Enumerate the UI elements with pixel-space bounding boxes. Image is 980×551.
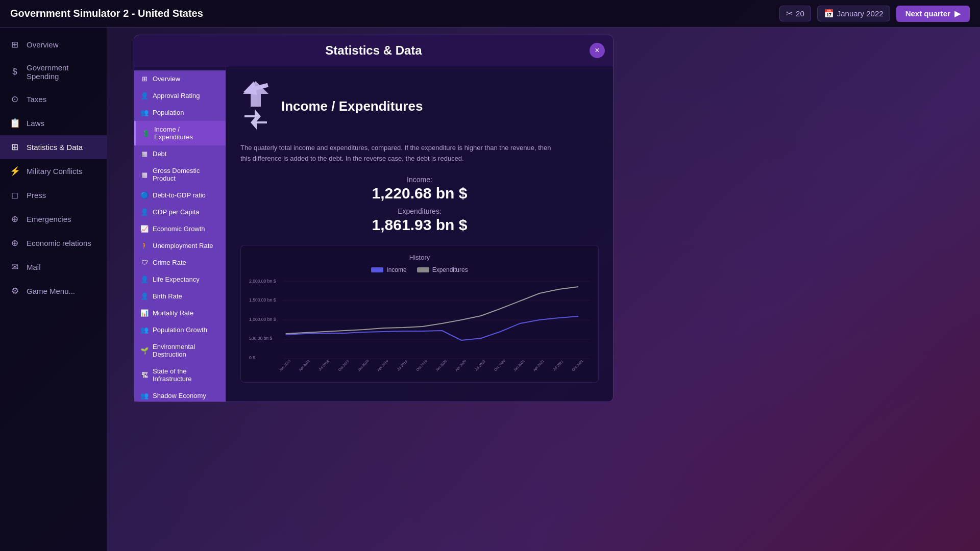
nav-item-gdp[interactable]: ▦ Gross Domestic Product <box>134 162 226 187</box>
nav-population-icon: 👥 <box>140 109 149 116</box>
nav-income-label: Income / Expenditures <box>154 126 219 141</box>
svg-text:1,000.00 bn $: 1,000.00 bn $ <box>249 316 276 321</box>
topbar-right: ✂ 20 📅 January 2022 Next quarter ▶ <box>779 6 970 22</box>
svg-text:Jan 2020: Jan 2020 <box>435 359 447 372</box>
sidebar-economic-relations-label: Economic relations <box>27 239 91 247</box>
app-title: Government Simulator 2 - United States <box>10 8 779 19</box>
sidebar-item-military[interactable]: ⚡ Military Conflicts <box>0 159 107 183</box>
overview-icon: ⊞ <box>9 39 20 50</box>
svg-text:0 $: 0 $ <box>249 355 255 360</box>
taxes-icon: ⊙ <box>9 94 20 105</box>
nav-economic-growth-label: Economic Growth <box>153 225 205 233</box>
inner-nav: ⊞ Overview 👤 Approval Rating 👥 Populatio… <box>134 66 226 402</box>
nav-item-approval-rating[interactable]: 👤 Approval Rating <box>134 87 226 104</box>
nav-item-mortality-rate[interactable]: 📊 Mortality Rate <box>134 305 226 321</box>
section-title: Income / Expenditures <box>281 98 423 114</box>
economic-relations-icon: ⊕ <box>9 238 20 248</box>
svg-text:Apr 2019: Apr 2019 <box>377 359 389 372</box>
nav-item-birth-rate[interactable]: 👤 Birth Rate <box>134 288 226 305</box>
nav-item-population-growth[interactable]: 👥 Population Growth <box>134 321 226 338</box>
svg-text:Jul 2021: Jul 2021 <box>552 359 564 371</box>
income-color-swatch <box>371 267 383 272</box>
nav-debt-gdp-label: Debt-to-GDP ratio <box>153 191 206 199</box>
nav-item-income-expenditures[interactable]: 💲 Income / Expenditures <box>134 121 226 145</box>
nav-item-life-expectancy[interactable]: 👤 Life Expectancy <box>134 271 226 288</box>
svg-text:1,500.00 bn $: 1,500.00 bn $ <box>249 297 276 302</box>
svg-text:Jan 2019: Jan 2019 <box>357 359 369 372</box>
sidebar-emergencies-label: Emergencies <box>27 215 71 223</box>
chart-title: History <box>249 254 590 261</box>
nav-item-infrastructure[interactable]: 🏗 State of the Infrastructure <box>134 363 226 387</box>
nav-crime-icon: 🛡 <box>140 259 149 266</box>
chart-legend: Income Expenditures <box>249 266 590 273</box>
legend-income: Income <box>371 266 406 273</box>
nav-unemployment-icon: 🚶 <box>140 242 149 249</box>
nav-item-debt-gdp[interactable]: 🔵 Debt-to-GDP ratio <box>134 187 226 204</box>
nav-life-exp-label: Life Expectancy <box>153 276 200 283</box>
sidebar-item-mail[interactable]: ✉ Mail <box>0 255 107 279</box>
transfer-arrows-icon <box>240 79 271 134</box>
legend-expenditures-label: Expenditures <box>432 266 468 273</box>
legend-expenditures: Expenditures <box>417 266 468 273</box>
expenditures-label: Expenditures: <box>240 207 599 215</box>
press-icon: ◻ <box>9 190 20 201</box>
nav-item-unemployment[interactable]: 🚶 Unemployment Rate <box>134 237 226 254</box>
sidebar-item-game-menu[interactable]: ⚙ Game Menu... <box>0 279 107 303</box>
nav-item-overview[interactable]: ⊞ Overview <box>134 70 226 87</box>
nav-item-env-destruction[interactable]: 🌱 Environmental Destruction <box>134 338 226 363</box>
nav-item-economic-growth[interactable]: 📈 Economic Growth <box>134 220 226 237</box>
nav-overview-icon: ⊞ <box>140 75 149 83</box>
nav-env-label: Environmental Destruction <box>153 343 219 358</box>
sidebar-item-overview[interactable]: ⊞ Overview <box>0 33 107 57</box>
modal-close-button[interactable]: × <box>590 43 605 58</box>
next-quarter-button[interactable]: Next quarter ▶ <box>896 6 970 22</box>
svg-text:Jan 2018: Jan 2018 <box>279 359 291 372</box>
sidebar-overview-label: Overview <box>27 40 59 49</box>
svg-text:Jan 2021: Jan 2021 <box>513 359 525 372</box>
sidebar: ⊞ Overview $ Government Spending ⊙ Taxes… <box>0 28 107 551</box>
nav-pop-growth-icon: 👥 <box>140 326 149 334</box>
nav-item-population[interactable]: 👥 Population <box>134 104 226 121</box>
nav-approval-icon: 👤 <box>140 92 149 99</box>
next-quarter-label: Next quarter <box>905 9 950 18</box>
modal-header: Statistics & Data × <box>134 35 613 66</box>
section-description: The quaterly total income and expenditur… <box>240 143 557 164</box>
tools-icon: ✂ <box>786 9 793 18</box>
legend-income-label: Income <box>386 266 406 273</box>
nav-item-gdp-capita[interactable]: 👤 GDP per Capita <box>134 204 226 220</box>
sidebar-statistics-label: Statistics & Data <box>27 143 83 152</box>
nav-approval-label: Approval Rating <box>153 92 200 99</box>
sidebar-game-menu-label: Game Menu... <box>27 287 75 295</box>
sidebar-item-statistics[interactable]: ⊞ Statistics & Data <box>0 135 107 159</box>
nav-item-debt[interactable]: ▦ Debt <box>134 145 226 162</box>
sidebar-item-economic-relations[interactable]: ⊕ Economic relations <box>0 231 107 255</box>
expenditure-line <box>286 287 579 334</box>
emergencies-icon: ⊕ <box>9 214 20 224</box>
svg-text:Jul 2019: Jul 2019 <box>396 359 408 371</box>
nav-infra-label: State of the Infrastructure <box>153 367 219 383</box>
svg-text:Apr 2020: Apr 2020 <box>454 359 467 372</box>
nav-shadow-label: Shadow Economy <box>153 392 206 399</box>
tools-badge: ✂ 20 <box>779 6 811 21</box>
nav-crime-label: Crime Rate <box>153 259 186 266</box>
nav-gdp-icon: ▦ <box>140 171 149 179</box>
svg-text:Apr 2018: Apr 2018 <box>298 359 311 372</box>
sidebar-item-laws[interactable]: 📋 Laws <box>0 111 107 135</box>
sidebar-item-government-spending[interactable]: $ Government Spending <box>0 57 107 87</box>
nav-birth-rate-icon: 👤 <box>140 292 149 300</box>
nav-gdp-label: Gross Domestic Product <box>153 167 219 182</box>
sidebar-item-emergencies[interactable]: ⊕ Emergencies <box>0 207 107 231</box>
nav-debt-icon: ▦ <box>140 150 149 158</box>
laws-icon: 📋 <box>9 118 20 129</box>
nav-birth-rate-label: Birth Rate <box>153 292 182 300</box>
statistics-icon: ⊞ <box>9 142 20 153</box>
sidebar-item-taxes[interactable]: ⊙ Taxes <box>0 87 107 111</box>
svg-text:2,000.00 bn $: 2,000.00 bn $ <box>249 278 276 283</box>
svg-text:Jul 2018: Jul 2018 <box>318 359 330 371</box>
nav-item-shadow-economy[interactable]: 👥 Shadow Economy <box>134 387 226 402</box>
nav-item-crime-rate[interactable]: 🛡 Crime Rate <box>134 254 226 271</box>
nav-shadow-icon: 👥 <box>140 392 149 399</box>
sidebar-item-press[interactable]: ◻ Press <box>0 183 107 207</box>
nav-population-label: Population <box>153 109 184 116</box>
sidebar-laws-label: Laws <box>27 119 44 128</box>
